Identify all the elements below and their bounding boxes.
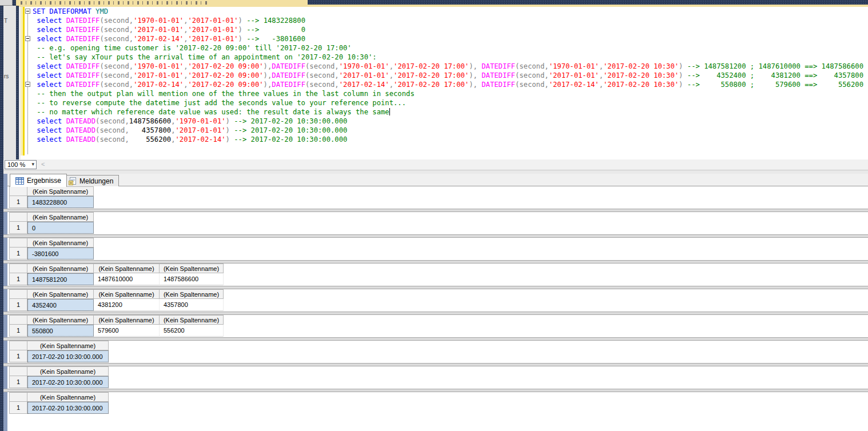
row-number-cell[interactable]: 1 xyxy=(9,196,27,208)
grid-cell[interactable]: 4381200 xyxy=(94,299,160,311)
code-line: select DATEDIFF(second,'1970-01-01','201… xyxy=(33,62,867,71)
result-grid: (Kein Spaltenname)12017-02-20 10:30:00.0… xyxy=(9,366,868,389)
grid-cell[interactable]: 0 xyxy=(27,222,94,234)
grid-corner-cell[interactable] xyxy=(9,315,27,325)
grid-cell[interactable]: 1487586600 xyxy=(160,273,224,285)
grid-column-header[interactable]: (Kein Spaltenname) xyxy=(94,289,160,299)
result-grid: (Kein Spaltenname)11483228800 xyxy=(9,186,868,209)
grid-corner-cell[interactable] xyxy=(9,212,27,222)
code-line: select DATEDIFF(second,'2017-01-01','201… xyxy=(33,25,867,34)
results-left-rail xyxy=(3,174,7,431)
grid-cell[interactable]: 2017-02-20 10:30:00.000 xyxy=(27,402,109,414)
grid-cell[interactable]: 4357800 xyxy=(160,299,224,311)
tool-rail-fragment-2: rs xyxy=(4,73,10,80)
grid-column-header[interactable]: (Kein Spaltenname) xyxy=(27,341,109,350)
scroll-left-icon[interactable]: < xyxy=(41,161,45,167)
sql-editor[interactable]: SET DATEFORMAT YMD select DATEDIFF(secon… xyxy=(19,7,868,159)
grid-cell[interactable]: 556200 xyxy=(160,325,224,337)
collapse-region-toggle[interactable] xyxy=(25,82,30,87)
row-number-cell[interactable]: 1 xyxy=(9,325,27,337)
grid-column-header[interactable]: (Kein Spaltenname) xyxy=(27,264,94,273)
result-grid: (Kein Spaltenname)(Kein Spaltenname)(Kei… xyxy=(9,289,868,312)
document-tab-strip xyxy=(0,0,868,7)
code-line: -- to reverse compute the datetime just … xyxy=(33,98,867,107)
result-grid: (Kein Spaltenname)12017-02-20 10:30:00.0… xyxy=(9,341,868,363)
grid-column-header[interactable]: (Kein Spaltenname) xyxy=(27,186,94,196)
grid-column-header[interactable]: (Kein Spaltenname) xyxy=(160,264,224,273)
row-number-cell[interactable]: 1 xyxy=(9,248,27,260)
collapsed-tool-rail[interactable]: T rs xyxy=(3,6,16,159)
code-line: select DATEADD(second,1487586600,'1970-0… xyxy=(33,117,867,126)
code-line: -- let's say xTour puts the arrival time… xyxy=(33,53,867,62)
row-number-cell[interactable]: 1 xyxy=(9,222,27,234)
editor-hscroll-row: 100 % ▾ < xyxy=(3,159,868,170)
code-line: select DATEDIFF(second,'2017-02-14','201… xyxy=(33,34,867,43)
grid-cell[interactable]: 1487581200 xyxy=(27,273,94,285)
grid-column-header[interactable]: (Kein Spaltenname) xyxy=(94,264,160,273)
row-number-cell[interactable]: 1 xyxy=(9,402,27,414)
grid-corner-cell[interactable] xyxy=(9,186,27,196)
collapse-region-toggle[interactable] xyxy=(25,9,30,14)
grid-column-header[interactable]: (Kein Spaltenname) xyxy=(27,212,94,222)
tool-rail-fragment-1: T xyxy=(4,18,10,25)
row-number-cell[interactable]: 1 xyxy=(9,376,27,388)
grid-cell[interactable]: 4352400 xyxy=(27,299,94,311)
row-number-cell[interactable]: 1 xyxy=(9,299,27,311)
grid-column-header[interactable]: (Kein Spaltenname) xyxy=(27,289,94,299)
editor-zoom-dropdown[interactable]: 100 % ▾ xyxy=(5,160,37,169)
grid-corner-cell[interactable] xyxy=(9,238,27,248)
code-line: select DATEDIFF(second,'2017-01-01','201… xyxy=(33,71,867,80)
code-line: select DATEDIFF(second,'1970-01-01','201… xyxy=(33,16,867,25)
grid-cell[interactable]: 1483228800 xyxy=(27,196,94,208)
grid-column-header[interactable]: (Kein Spaltenname) xyxy=(27,392,109,402)
results-grids: (Kein Spaltenname)11483228800(Kein Spalt… xyxy=(7,186,868,431)
text-cursor xyxy=(389,108,390,115)
chevron-down-icon: ▾ xyxy=(31,161,34,167)
result-grid: (Kein Spaltenname)(Kein Spaltenname)(Kei… xyxy=(9,315,868,337)
grid-cell[interactable]: -3801600 xyxy=(27,248,94,260)
code-line: select DATEADD(second, 4357800,'2017-01-… xyxy=(33,126,867,135)
collapse-region-toggle[interactable] xyxy=(25,36,30,41)
grid-cell[interactable]: 1487610000 xyxy=(94,273,160,285)
code-line: -- e.g. opening time customer is '2017-0… xyxy=(33,43,867,53)
grid-column-header[interactable]: (Kein Spaltenname) xyxy=(160,315,224,325)
collapsed-panel-header[interactable] xyxy=(0,0,13,6)
result-grid: (Kein Spaltenname)(Kein Spaltenname)(Kei… xyxy=(9,264,868,286)
grid-cell[interactable]: 2017-02-20 10:30:00.000 xyxy=(27,376,109,388)
grid-corner-cell[interactable] xyxy=(9,264,27,273)
grid-column-header[interactable]: (Kein Spaltenname) xyxy=(27,366,109,376)
message-doc-icon xyxy=(69,177,77,185)
result-grid: (Kein Spaltenname)12017-02-20 10:30:00.0… xyxy=(9,392,868,414)
tab-ergebnisse[interactable]: Ergebnisse xyxy=(10,174,67,187)
code-line: -- then the output plan will mention one… xyxy=(33,89,867,98)
zoom-level-value: 100 % xyxy=(7,161,25,168)
grid-corner-cell[interactable] xyxy=(9,341,27,350)
ssms-window: T rs SET DATEFORMAT YMD select DATEDIFF(… xyxy=(0,0,868,431)
code-line: -- no matter which reference date value … xyxy=(33,107,867,117)
grid-corner-cell[interactable] xyxy=(9,289,27,299)
tab-meldungen[interactable]: Meldungen xyxy=(63,175,119,186)
tab-meldungen-label: Meldungen xyxy=(79,177,113,185)
editor-results-splitter[interactable] xyxy=(3,170,868,174)
code-area[interactable]: SET DATEFORMAT YMD select DATEDIFF(secon… xyxy=(33,7,867,159)
result-grid: (Kein Spaltenname)1-3801600 xyxy=(9,238,868,260)
code-line: SET DATEFORMAT YMD xyxy=(33,7,867,16)
row-number-cell[interactable]: 1 xyxy=(9,273,27,285)
code-line: select DATEDIFF(second,'2017-02-14','201… xyxy=(33,80,867,89)
grid-column-header[interactable]: (Kein Spaltenname) xyxy=(27,315,94,325)
unsaved-changes-bar xyxy=(23,7,25,155)
grid-corner-cell[interactable] xyxy=(9,392,27,402)
table-grid-icon xyxy=(15,177,24,185)
result-grid: (Kein Spaltenname)10 xyxy=(9,212,868,234)
code-line: select DATEADD(second, 556200,'2017-02-1… xyxy=(33,135,867,144)
row-number-cell[interactable]: 1 xyxy=(9,350,27,362)
results-tabstrip: Ergebnisse Meldungen xyxy=(3,174,868,186)
grid-column-header[interactable]: (Kein Spaltenname) xyxy=(27,238,94,248)
grid-cell[interactable]: 579600 xyxy=(94,325,160,337)
grid-cell[interactable]: 550800 xyxy=(27,325,94,337)
grid-column-header[interactable]: (Kein Spaltenname) xyxy=(94,315,160,325)
grid-column-header[interactable]: (Kein Spaltenname) xyxy=(160,289,224,299)
tab-ergebnisse-label: Ergebnisse xyxy=(27,177,61,185)
grid-cell[interactable]: 2017-02-20 10:30:00.000 xyxy=(27,350,109,362)
grid-corner-cell[interactable] xyxy=(9,366,27,376)
